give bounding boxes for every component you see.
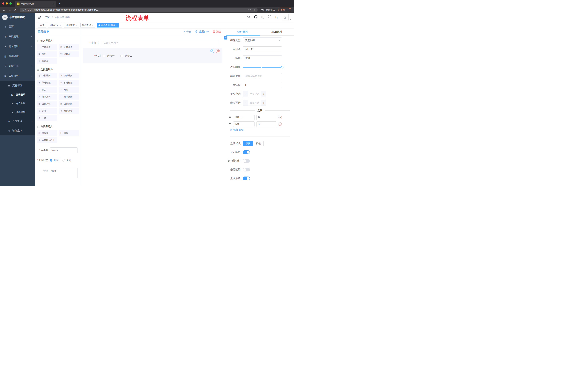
save-button[interactable]: ✓ 保存 <box>183 30 191 33</box>
slider-track[interactable] <box>243 67 282 67</box>
sidebar-item-user-group[interactable]: ☻ 用户分组 <box>0 99 35 108</box>
close-icon[interactable]: × <box>92 24 93 26</box>
window-close-button[interactable] <box>2 2 4 5</box>
status-radio-off[interactable]: 关闭 <box>63 159 71 162</box>
required-toggle[interactable] <box>243 177 250 180</box>
component-date-picker[interactable]: ▦日期选择 <box>37 101 57 107</box>
field-gender-selected[interactable]: 性别 选项一 选项二 <box>83 48 222 63</box>
component-rate[interactable]: ☆评分 <box>37 108 57 114</box>
help-icon[interactable]: ? <box>261 16 264 19</box>
new-tab-button[interactable]: + <box>59 2 61 5</box>
title-input[interactable] <box>243 55 282 61</box>
avatar[interactable]: ◪ <box>282 14 289 21</box>
component-multi-line-text[interactable]: ▤多行文本 <box>59 44 79 50</box>
tab-form-properties[interactable]: 表单属性 <box>260 28 294 35</box>
security-indicator[interactable]: ⚠ 不安全 <box>22 8 32 11</box>
sidebar-item-process-form[interactable]: ▤ 流程表单 <box>0 90 35 99</box>
form-name-input[interactable] <box>50 148 78 153</box>
url-text[interactable]: dashboard.yudao.iocoder.cn/bpm/manager/f… <box>34 9 247 11</box>
remove-option-button[interactable]: − <box>279 122 282 126</box>
sidebar-item-task-management[interactable]: ⋔ 任务管理 ▾ <box>0 117 35 126</box>
option-label-input[interactable] <box>233 115 254 120</box>
tag-home[interactable]: 首页 <box>38 23 46 28</box>
sidebar-item-process-management[interactable]: ≣ 流程管理 ▴ <box>0 81 35 90</box>
component-upload[interactable]: ↥上传 <box>37 115 57 121</box>
component-table[interactable]: ⊞表格[开发中] <box>37 137 57 143</box>
max-select-placeholder[interactable]: 最多可选 <box>248 100 261 106</box>
component-single-line-text[interactable]: ▭单行文本 <box>37 44 57 50</box>
option-style-default-button[interactable]: 默认 <box>243 141 253 146</box>
font-size-icon[interactable]: TT <box>275 16 278 19</box>
tag-process-model[interactable]: 流程模型 × <box>64 23 79 28</box>
sidebar-logo[interactable]: ☻ 芋道管理系统 <box>0 13 35 22</box>
add-option-button[interactable]: ⊕ 添加选项 <box>230 128 294 132</box>
tag-process-form-edit[interactable]: 流程表单-编辑 × <box>97 23 119 28</box>
component-counter[interactable]: 123计数器 <box>59 51 79 57</box>
browser-tab[interactable]: 芋道管理系统 × <box>15 1 56 7</box>
checkbox-icon[interactable] <box>120 55 123 57</box>
component-checkbox-group[interactable]: ☑多选框组 <box>59 80 79 85</box>
sidebar-item-dev-tools[interactable]: ⚒ 研发工具 ▾ <box>0 61 35 71</box>
option-style-button-button[interactable]: 按钮 <box>253 141 264 146</box>
show-label-toggle[interactable] <box>243 150 250 154</box>
option-value-input[interactable] <box>256 115 276 120</box>
option-label-input[interactable] <box>233 121 254 127</box>
browser-menu-icon[interactable]: ⋮ <box>286 9 289 11</box>
label-width-input[interactable] <box>243 73 282 79</box>
min-select-placeholder[interactable]: 至少应选 <box>248 91 261 97</box>
component-time-range[interactable]: ◔时间范围 <box>59 94 79 100</box>
tag-process-form[interactable]: 流程表单 × <box>80 23 95 28</box>
close-icon[interactable]: × <box>76 24 77 26</box>
drag-handle-icon[interactable]: ☰ <box>229 116 232 119</box>
form-grid-slider[interactable] <box>243 64 282 70</box>
sidebar-item-infrastructure[interactable]: ▦ 基础设施 ▾ <box>0 51 35 61</box>
decrease-button[interactable]: − <box>243 91 248 97</box>
back-icon[interactable]: ← <box>2 8 7 11</box>
component-row-container[interactable]: ◫行容器 <box>37 130 57 136</box>
window-minimize-button[interactable] <box>6 2 8 5</box>
status-radio-on[interactable]: 开启 <box>50 159 58 162</box>
sidebar-item-system-management[interactable]: ⚙ 系统管理 ▾ <box>0 32 35 42</box>
sidebar-collapse-icon[interactable] <box>38 16 43 19</box>
clear-button[interactable]: 清空 <box>213 30 221 33</box>
increase-button[interactable]: + <box>261 91 266 97</box>
sidebar-item-home[interactable]: ⌂ 首页 <box>0 22 35 32</box>
component-button[interactable]: ▢按钮 <box>59 130 79 136</box>
breadcrumb-home[interactable]: 首页 <box>45 16 50 19</box>
github-icon[interactable] <box>254 15 257 19</box>
reload-icon[interactable]: ⟳ <box>13 8 18 11</box>
avatar-caret-icon[interactable]: ▾ <box>290 18 291 21</box>
sidebar-item-workflow[interactable]: ▣ 工作流程 ▴ <box>0 71 35 81</box>
search-icon[interactable] <box>247 15 250 19</box>
fullscreen-icon[interactable] <box>268 15 271 19</box>
component-switch[interactable]: ◐开关 <box>37 87 57 93</box>
remove-option-button[interactable]: − <box>279 116 282 119</box>
checkbox-icon[interactable] <box>103 55 105 57</box>
component-date-range[interactable]: ▥日期范围 <box>59 101 79 107</box>
sidebar-item-process-model[interactable]: ➤ 流程模型 <box>0 108 35 117</box>
field-name-input[interactable] <box>243 46 282 52</box>
component-color-picker[interactable]: ⊛颜色选择 <box>59 108 79 114</box>
component-cascader[interactable]: ⋔级联选择 <box>59 73 79 78</box>
component-editor[interactable]: ✎编辑器 <box>37 58 57 64</box>
component-slider[interactable]: ⊸滑块 <box>59 87 79 93</box>
component-select[interactable]: ◎下拉选择 <box>37 73 57 78</box>
copy-component-button[interactable] <box>210 49 214 53</box>
disabled-toggle[interactable] <box>243 168 250 171</box>
phone-input[interactable] <box>101 40 219 46</box>
default-value-input[interactable] <box>243 82 282 88</box>
form-remark-textarea[interactable]: 嘿嘿 <box>50 168 78 178</box>
close-icon[interactable]: × <box>60 24 61 26</box>
close-icon[interactable]: × <box>116 24 117 26</box>
sidebar-item-leave-query[interactable]: ☺ 请假查询 <box>0 126 35 135</box>
decrease-button[interactable]: − <box>243 100 248 106</box>
tag-process-definition[interactable]: 流程定义 × <box>48 23 63 28</box>
address-bar[interactable]: ⚠ 不安全 dashboard.yudao.iocoder.cn/bpm/man… <box>20 8 258 12</box>
field-phone[interactable]: 手机号 <box>81 40 226 46</box>
window-zoom-button[interactable] <box>10 2 12 5</box>
delete-component-button[interactable] <box>216 49 220 53</box>
gender-option-1[interactable]: 选项一 <box>103 54 115 57</box>
with-border-toggle[interactable] <box>243 159 250 163</box>
slider-handle[interactable] <box>281 66 284 68</box>
view-json-button[interactable]: 查看json <box>195 30 209 33</box>
